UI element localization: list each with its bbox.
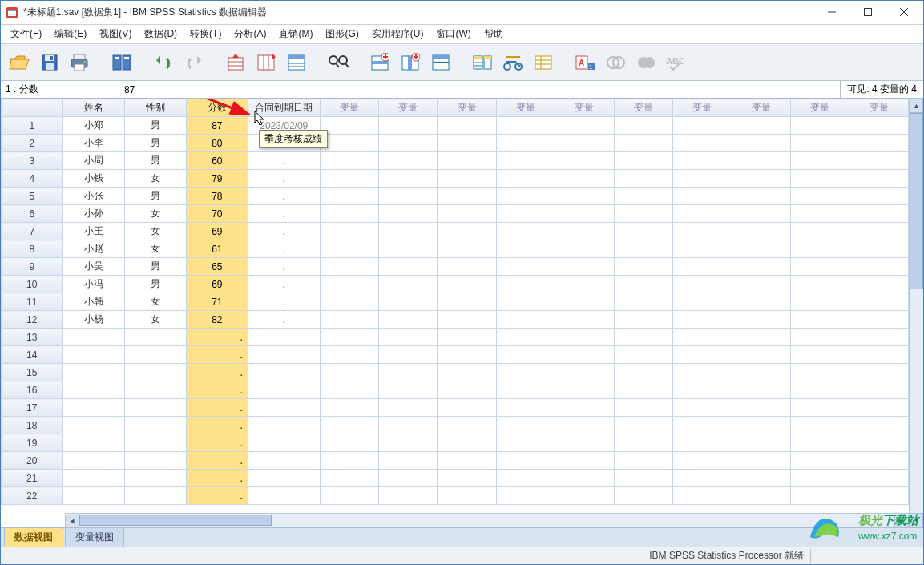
open-button[interactable] xyxy=(6,49,33,76)
cell-empty[interactable] xyxy=(732,223,790,240)
cell-empty[interactable] xyxy=(379,205,438,223)
cell-empty[interactable] xyxy=(438,311,496,329)
cell[interactable]: 60 xyxy=(186,152,248,170)
cell[interactable]: . xyxy=(248,152,320,170)
cell[interactable]: 小孙 xyxy=(63,205,124,223)
menu-7[interactable]: 图形(G) xyxy=(319,25,365,43)
cell[interactable] xyxy=(248,470,320,487)
cell-empty[interactable] xyxy=(790,170,849,188)
cell-empty[interactable] xyxy=(496,152,555,170)
cell-empty[interactable] xyxy=(849,417,909,434)
cell[interactable]: 女 xyxy=(124,293,186,311)
cell-empty[interactable] xyxy=(849,329,909,346)
row-header[interactable]: 18 xyxy=(2,417,63,434)
cell-empty[interactable] xyxy=(379,311,438,329)
cell-empty[interactable] xyxy=(438,399,496,417)
cell-empty[interactable] xyxy=(438,276,496,293)
cell[interactable] xyxy=(63,364,124,381)
cell-empty[interactable] xyxy=(614,135,672,152)
cell-empty[interactable] xyxy=(379,470,438,487)
cell-empty[interactable] xyxy=(496,258,555,276)
row-header[interactable]: 17 xyxy=(2,399,63,417)
cell-empty[interactable] xyxy=(555,117,614,135)
cell-empty[interactable] xyxy=(438,487,496,505)
cell-empty[interactable] xyxy=(673,417,732,434)
menu-4[interactable]: 转换(T) xyxy=(184,25,228,43)
cell[interactable] xyxy=(124,346,186,364)
save-button[interactable] xyxy=(36,49,63,76)
cell[interactable]: 65 xyxy=(186,258,248,276)
cell[interactable]: 82 xyxy=(186,311,248,329)
cell-empty[interactable] xyxy=(614,188,672,205)
cell-empty[interactable] xyxy=(790,205,849,223)
cell-empty[interactable] xyxy=(379,364,438,381)
cell-empty[interactable] xyxy=(790,329,849,346)
tab-data-view[interactable]: 数据视图 xyxy=(4,527,63,547)
cell-empty[interactable] xyxy=(673,223,732,240)
cell-empty[interactable] xyxy=(790,240,849,258)
cell-empty[interactable] xyxy=(849,293,909,311)
cell-empty[interactable] xyxy=(555,329,614,346)
cell[interactable]: 女 xyxy=(124,311,186,329)
cell-empty[interactable] xyxy=(732,417,790,434)
row-header[interactable]: 4 xyxy=(2,170,63,188)
tab-variable-view[interactable]: 变量视图 xyxy=(65,527,124,547)
cell-empty[interactable] xyxy=(673,152,732,170)
cell-empty[interactable] xyxy=(673,434,732,452)
cell-empty[interactable] xyxy=(320,240,378,258)
cell-empty[interactable] xyxy=(496,135,555,152)
cell-empty[interactable] xyxy=(379,258,438,276)
cell-empty[interactable] xyxy=(614,276,672,293)
cell-empty[interactable] xyxy=(732,364,790,381)
cell-empty[interactable] xyxy=(555,240,614,258)
cell-empty[interactable] xyxy=(379,346,438,364)
cell[interactable]: 小李 xyxy=(63,135,124,152)
cell-empty[interactable] xyxy=(614,399,672,417)
cell-empty[interactable] xyxy=(732,240,790,258)
cell[interactable] xyxy=(248,381,320,399)
cell-empty[interactable] xyxy=(849,346,909,364)
cell-empty[interactable] xyxy=(496,205,555,223)
cell-empty[interactable] xyxy=(496,329,555,346)
column-header-empty[interactable]: 变量 xyxy=(732,99,790,117)
value-labels-button[interactable] xyxy=(530,49,557,76)
cell-empty[interactable] xyxy=(555,152,614,170)
cell[interactable] xyxy=(124,329,186,346)
cell-empty[interactable] xyxy=(555,188,614,205)
cell[interactable]: . xyxy=(248,170,320,188)
row-header[interactable]: 6 xyxy=(2,205,63,223)
cell-empty[interactable] xyxy=(496,346,555,364)
cell-empty[interactable] xyxy=(379,381,438,399)
cell[interactable]: . xyxy=(248,258,320,276)
cell-empty[interactable] xyxy=(496,170,555,188)
cell-empty[interactable] xyxy=(555,417,614,434)
insert-case-button[interactable] xyxy=(366,49,393,76)
print-button[interactable] xyxy=(67,49,94,76)
cell-empty[interactable] xyxy=(673,364,732,381)
cell[interactable]: 女 xyxy=(124,240,186,258)
cell-empty[interactable] xyxy=(496,188,555,205)
cell-empty[interactable] xyxy=(555,223,614,240)
cell[interactable]: 小郑 xyxy=(63,117,124,135)
cell-empty[interactable] xyxy=(555,135,614,152)
cell-empty[interactable] xyxy=(320,470,378,487)
column-header-empty[interactable]: 变量 xyxy=(496,99,555,117)
column-header-empty[interactable]: 变量 xyxy=(438,99,496,117)
cell[interactable]: . xyxy=(186,399,248,417)
cell[interactable]: 男 xyxy=(124,276,186,293)
cell-empty[interactable] xyxy=(379,434,438,452)
close-button[interactable] xyxy=(886,1,922,23)
column-header-empty[interactable]: 变量 xyxy=(555,99,614,117)
cell-empty[interactable] xyxy=(673,135,732,152)
cell-empty[interactable] xyxy=(790,381,849,399)
cell-empty[interactable] xyxy=(438,135,496,152)
cell-empty[interactable] xyxy=(320,258,378,276)
row-header[interactable]: 3 xyxy=(2,152,63,170)
cell-empty[interactable] xyxy=(320,205,378,223)
cell-empty[interactable] xyxy=(790,311,849,329)
row-header[interactable]: 13 xyxy=(2,329,63,346)
cell[interactable]: 男 xyxy=(124,152,186,170)
goto-variable-button[interactable] xyxy=(252,49,280,76)
cell-empty[interactable] xyxy=(320,452,378,470)
cell[interactable] xyxy=(124,452,186,470)
